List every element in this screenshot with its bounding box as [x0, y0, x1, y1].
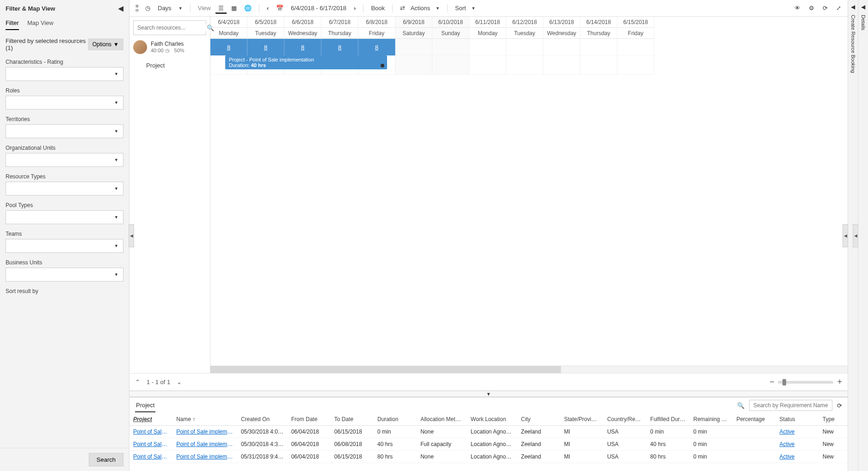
project-link[interactable]: Point of Sale im...: [129, 451, 172, 463]
tab-filter[interactable]: Filter: [6, 19, 19, 30]
select-characteristics[interactable]: [6, 67, 123, 81]
view-grid-icon[interactable]: ▦: [228, 3, 240, 13]
empty-cell[interactable]: [580, 39, 617, 55]
column-header[interactable]: Type: [819, 413, 848, 426]
splitter-handle[interactable]: ▼: [129, 391, 848, 397]
column-header[interactable]: Duration: [374, 413, 417, 426]
expand-icon[interactable]: ⤢: [833, 3, 844, 13]
empty-cell[interactable]: [617, 55, 654, 75]
select-teams[interactable]: [6, 239, 123, 253]
resource-row[interactable]: Faith Charles 40:00 ◷ 50%: [129, 39, 210, 55]
zoom-slider[interactable]: [778, 381, 833, 384]
column-header[interactable]: Fulfilled Duration: [646, 413, 689, 426]
bottom-tab-project[interactable]: Project: [135, 399, 155, 412]
empty-cell[interactable]: [395, 39, 432, 55]
empty-cell[interactable]: [617, 39, 654, 55]
collapse-right-icon[interactable]: ◀: [851, 4, 855, 10]
details-rail[interactable]: ◀ Details ◀: [858, 0, 868, 471]
column-header[interactable]: From Date: [288, 413, 331, 426]
effort-cell[interactable]: 8: [321, 39, 358, 55]
table-row[interactable]: Point of Sale im... Point of Sale implem…: [129, 426, 848, 438]
status-link[interactable]: Active: [776, 426, 819, 438]
name-link[interactable]: Point of Sale implementatio...: [172, 438, 237, 451]
project-bar[interactable]: Project - Point of Sale implementation D…: [225, 55, 387, 69]
empty-cell[interactable]: [469, 55, 506, 75]
horizontal-scrollbar[interactable]: [210, 366, 848, 373]
column-header[interactable]: Project: [129, 413, 172, 426]
prev-button[interactable]: ‹: [264, 3, 271, 13]
view-globe-icon[interactable]: 🌐: [241, 3, 254, 13]
search-icon[interactable]: 🔍: [737, 402, 745, 409]
rail-collapse-handle[interactable]: ◀: [843, 224, 848, 247]
left-collapse-handle[interactable]: ◀: [129, 224, 134, 247]
empty-cell[interactable]: [395, 55, 432, 75]
days-dropdown[interactable]: Days ▼: [155, 3, 185, 13]
book-button[interactable]: Book: [368, 3, 388, 13]
pager-up-icon[interactable]: ⌃: [135, 379, 140, 385]
column-header[interactable]: State/Province: [560, 413, 603, 426]
column-header[interactable]: Work Location: [467, 413, 517, 426]
sort-dropdown[interactable]: Sort ▼: [452, 3, 478, 13]
empty-cell[interactable]: [432, 55, 469, 75]
label-business-units: Business Units: [6, 259, 123, 266]
collapse-right-icon[interactable]: ◀: [861, 4, 865, 10]
empty-cell[interactable]: [506, 55, 543, 75]
effort-cell[interactable]: 8: [247, 39, 284, 55]
eye-icon[interactable]: 👁: [792, 3, 803, 13]
calendar-icon[interactable]: 📅: [273, 3, 286, 13]
refresh-icon[interactable]: ⟳: [837, 402, 842, 409]
empty-cell[interactable]: [432, 39, 469, 55]
effort-cell[interactable]: 8: [358, 39, 395, 55]
empty-cell[interactable]: [580, 55, 617, 75]
actions-dropdown[interactable]: ⇄ Actions ▼: [397, 3, 443, 13]
name-link[interactable]: Point of Sale implementation: [172, 426, 237, 438]
select-territories[interactable]: [6, 124, 123, 138]
project-link[interactable]: Point of Sale im...: [129, 426, 172, 438]
search-button[interactable]: Search: [89, 453, 123, 466]
project-link[interactable]: Point of Sale im...: [129, 438, 172, 451]
effort-cell[interactable]: 8: [210, 39, 247, 55]
options-button[interactable]: Options ▼: [88, 38, 123, 50]
status-link[interactable]: Active: [776, 438, 819, 451]
column-header[interactable]: Country/Region: [603, 413, 646, 426]
empty-cell[interactable]: [469, 39, 506, 55]
column-header[interactable]: To Date: [331, 413, 374, 426]
select-roles[interactable]: [6, 96, 123, 110]
date-range[interactable]: 6/4/2018 - 6/17/2018: [288, 3, 349, 13]
table-row[interactable]: Point of Sale im... Point of Sale implem…: [129, 438, 848, 451]
date-header: 6/5/2018: [247, 17, 284, 28]
column-header[interactable]: Status: [776, 413, 819, 426]
requirement-search-input[interactable]: [749, 400, 832, 411]
empty-cell[interactable]: [543, 39, 580, 55]
column-header[interactable]: Remaining Dur...: [689, 413, 733, 426]
tab-map-view[interactable]: Map View: [27, 19, 54, 30]
zoom-in-icon[interactable]: +: [837, 377, 842, 387]
select-business-units[interactable]: [6, 268, 123, 281]
empty-cell[interactable]: [543, 55, 580, 75]
clock-icon[interactable]: ◷: [142, 3, 153, 13]
day-header: Sunday: [432, 28, 469, 39]
next-button[interactable]: ›: [351, 3, 358, 13]
column-header[interactable]: Percentage: [733, 413, 776, 426]
select-resource-types[interactable]: [6, 182, 123, 196]
search-resources-input[interactable]: [137, 24, 207, 31]
select-org-units[interactable]: [6, 153, 123, 167]
collapse-left-icon[interactable]: ◀: [118, 5, 123, 12]
view-list-icon[interactable]: ☰: [215, 3, 227, 14]
pager-down-icon[interactable]: ⌄: [177, 379, 182, 385]
refresh-icon[interactable]: ⟳: [820, 3, 831, 13]
column-header[interactable]: City: [517, 413, 560, 426]
rail-collapse-handle-2[interactable]: ◀: [853, 224, 858, 247]
zoom-out-icon[interactable]: −: [770, 377, 775, 387]
effort-cell[interactable]: 8: [284, 39, 321, 55]
expand-collapse-rows[interactable]: ⊞⊟: [133, 4, 141, 12]
column-header[interactable]: Created On: [237, 413, 288, 426]
select-pool-types[interactable]: [6, 210, 123, 224]
gear-icon[interactable]: ⚙: [806, 3, 817, 13]
name-link[interactable]: Point of Sale implementatio...: [172, 451, 237, 463]
column-header[interactable]: Name ↑: [172, 413, 237, 426]
column-header[interactable]: Allocation Method: [417, 413, 467, 426]
status-link[interactable]: Active: [776, 451, 819, 463]
table-row[interactable]: Point of Sale im... Point of Sale implem…: [129, 451, 848, 463]
empty-cell[interactable]: [506, 39, 543, 55]
